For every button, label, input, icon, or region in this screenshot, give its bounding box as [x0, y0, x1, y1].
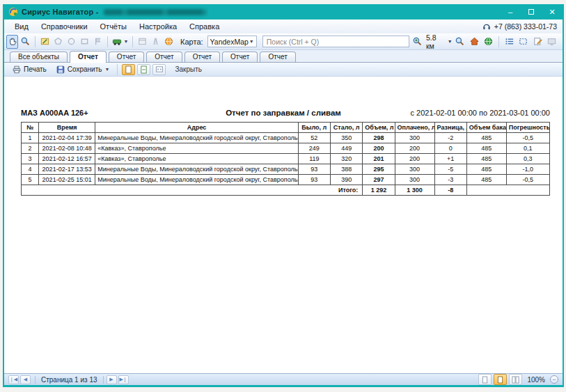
col-after: Стало, л [331, 123, 363, 133]
next-page-button[interactable]: ▶ [107, 375, 117, 384]
col-error: Погрешность, % [506, 123, 549, 133]
close-button[interactable]: ✕ [542, 4, 563, 19]
cell-tank: 485 [466, 143, 506, 154]
menu-settings[interactable]: Настройка [133, 21, 183, 32]
map-edit-button[interactable] [39, 35, 51, 49]
polygon-tool-button[interactable] [52, 35, 64, 49]
totals-label: Итого: [22, 185, 363, 196]
zoom-tool-button[interactable] [19, 35, 31, 49]
table-header-row: № Время Адрес Было, л Стало, л Объем, л … [22, 123, 550, 133]
edit-note-icon [533, 36, 543, 47]
objects-list-button[interactable] [503, 35, 515, 49]
flag-icon [93, 36, 103, 47]
menu-directories[interactable]: Справочники [35, 21, 94, 32]
last-page-button[interactable]: ▶❘ [118, 375, 129, 384]
window-title: Сириус Навигатор - [22, 8, 99, 16]
panel-button[interactable] [136, 35, 148, 49]
cell-address: Минеральные Воды, Минераловодский городс… [95, 164, 298, 175]
screen-view-button[interactable] [546, 35, 558, 49]
flag-tool-button[interactable] [92, 35, 104, 49]
menu-view[interactable]: Вид [8, 21, 35, 32]
map-edit-icon [40, 36, 50, 47]
zoom-out-slider-button[interactable]: − [550, 375, 558, 384]
totals-diff: -8 [434, 185, 466, 196]
tab-report-5[interactable]: Отчет [222, 52, 258, 62]
pan-tool-button[interactable] [6, 35, 18, 49]
toolbar-separator [498, 36, 499, 47]
maximize-button[interactable] [521, 4, 542, 19]
save-button[interactable]: Сохранить ▼ [52, 64, 113, 75]
map-scale-value[interactable]: 5.8 км [426, 33, 445, 50]
col-before: Было, л [298, 123, 330, 133]
cell-paid: 200 [395, 154, 434, 164]
totals-empty [466, 185, 549, 196]
route-button[interactable] [150, 35, 162, 49]
cell-time: 2021-02-17 13:53 [39, 164, 95, 175]
cell-address: «Кавказ», Ставрополье [95, 143, 298, 154]
report-title: Отчет по заправкам / сливам [226, 109, 341, 117]
cell-after: 390 [331, 175, 363, 185]
cell-error: -1,0 [506, 164, 549, 175]
close-report-button[interactable]: Закрыть [175, 65, 202, 73]
home-button[interactable] [468, 35, 480, 49]
view-single-page-button[interactable] [122, 64, 135, 75]
multi-page-icon [512, 376, 519, 384]
status-view-fit-button[interactable] [494, 374, 507, 385]
rect-tool-button[interactable] [79, 35, 91, 49]
cell-diff: -5 [434, 164, 466, 175]
view-fit-page-button[interactable] [137, 64, 150, 75]
tab-report-3[interactable]: Отчет [146, 52, 182, 62]
tab-all-objects[interactable]: Все объекты [10, 52, 68, 62]
map-provider-select[interactable]: YandexMap ▼ [207, 36, 257, 47]
search-input[interactable] [262, 36, 410, 47]
col-diff: Разница, л [434, 123, 466, 133]
col-num: № [22, 123, 39, 133]
zoom-in-button[interactable] [411, 35, 423, 49]
col-time: Время [39, 123, 95, 133]
prev-page-button[interactable]: ◀ [20, 375, 31, 384]
table-row: 4 2021-02-17 13:53 Минеральные Воды, Мин… [22, 164, 550, 175]
report-period: с 2021-02-01 00:00 по 2021-03-01 00:00 [411, 109, 550, 117]
chevron-down-icon[interactable]: ▼ [448, 39, 453, 44]
menu-reports[interactable]: Отчёты [94, 21, 133, 32]
page-icon [125, 65, 132, 74]
circle-tool-button[interactable] [65, 35, 77, 49]
tab-report-active[interactable]: Отчет [70, 51, 107, 63]
view-fit-width-button[interactable] [152, 64, 166, 75]
cell-diff: -3 [434, 175, 466, 185]
cell-diff: +1 [434, 154, 466, 164]
edit-note-button[interactable] [531, 35, 544, 49]
totals-paid: 1 300 [395, 185, 434, 196]
select-area-button[interactable] [517, 35, 530, 49]
cell-time: 2021-02-12 16:57 [39, 154, 95, 164]
cell-num: 3 [22, 154, 39, 164]
globe-button[interactable] [482, 35, 495, 49]
globe-icon [483, 36, 494, 47]
zoom-out-button[interactable] [454, 35, 466, 49]
tab-report-6[interactable]: Отчет [260, 52, 295, 62]
globe-layers-button[interactable] [163, 35, 175, 49]
cell-volume: 200 [363, 143, 395, 154]
tab-report-4[interactable]: Отчет [184, 52, 220, 62]
tab-report-2[interactable]: Отчет [109, 52, 144, 62]
menu-help[interactable]: Справка [183, 21, 226, 32]
circle-icon [66, 36, 77, 47]
table-row: 2 2021-02-08 10:48 «Кавказ», Ставрополье… [22, 143, 550, 154]
report-header: МАЗ A000AA 126+ Отчет по заправкам / сли… [4, 109, 563, 117]
chevron-down-icon: ▼ [249, 39, 254, 44]
first-page-button[interactable]: ❘◀ [8, 375, 19, 384]
fit-width-icon [155, 65, 164, 73]
totals-row: Итого: 1 292 1 300 -8 [22, 185, 550, 196]
status-view-single-button[interactable] [478, 374, 492, 385]
cell-error: 0,3 [506, 154, 549, 164]
magnifier-icon [455, 36, 465, 47]
cell-num: 5 [22, 175, 39, 185]
save-label: Сохранить [68, 65, 102, 73]
print-button[interactable]: Печать [8, 64, 50, 75]
minimize-button[interactable]: – [500, 4, 521, 19]
vehicle-menu-button[interactable]: ▼ [111, 35, 129, 49]
cell-paid: 300 [395, 164, 434, 175]
status-view-multi-button[interactable] [509, 374, 522, 385]
road-icon [150, 36, 161, 47]
table-row: 1 2021-02-04 17:39 Минеральные Воды, Мин… [22, 133, 550, 143]
